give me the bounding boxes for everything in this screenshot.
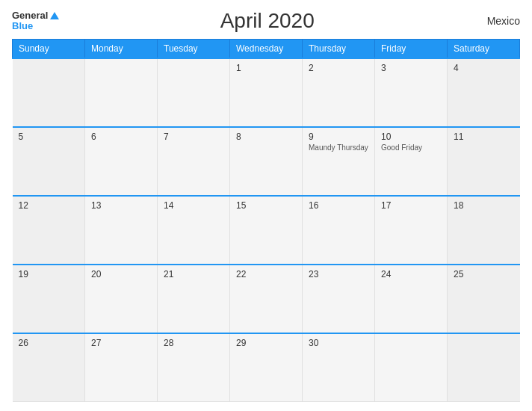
header-thursday: Thursday bbox=[303, 40, 375, 59]
week-row-2: 12131415161718 bbox=[13, 196, 520, 265]
day-number: 26 bbox=[19, 338, 79, 348]
header-tuesday: Tuesday bbox=[158, 40, 230, 59]
calendar-cell: 2 bbox=[303, 58, 375, 127]
calendar-cell bbox=[85, 58, 158, 127]
day-number: 16 bbox=[309, 200, 368, 211]
header-wednesday: Wednesday bbox=[230, 40, 303, 59]
calendar-cell: 15 bbox=[230, 196, 303, 265]
calendar-cell: 25 bbox=[448, 265, 520, 333]
calendar-cell: 24 bbox=[375, 265, 448, 333]
logo-general-text: General bbox=[12, 10, 48, 21]
calendar-cell: 7 bbox=[158, 127, 230, 196]
calendar-cell: 29 bbox=[230, 333, 303, 402]
calendar-cell: 1 bbox=[230, 58, 303, 127]
calendar-cell bbox=[448, 333, 520, 402]
calendar-cell: 3 bbox=[375, 58, 448, 127]
calendar-cell: 6 bbox=[85, 127, 158, 196]
calendar-page: General Blue April 2020 Mexico Sunday Mo… bbox=[0, 0, 532, 411]
calendar-cell bbox=[375, 333, 448, 402]
calendar-cell: 20 bbox=[85, 265, 158, 333]
calendar-cell: 17 bbox=[375, 196, 448, 265]
day-number: 5 bbox=[19, 132, 79, 142]
calendar-table: Sunday Monday Tuesday Wednesday Thursday… bbox=[12, 39, 520, 402]
logo-triangle-icon bbox=[50, 12, 59, 19]
header-friday: Friday bbox=[375, 40, 448, 59]
day-number: 14 bbox=[164, 200, 223, 211]
day-number: 1 bbox=[236, 63, 296, 73]
day-number: 3 bbox=[381, 63, 441, 73]
week-row-1: 56789Maundy Thursday10Good Friday11 bbox=[13, 127, 520, 196]
calendar-cell: 28 bbox=[158, 333, 230, 402]
calendar-cell: 19 bbox=[13, 265, 85, 333]
day-number: 15 bbox=[236, 200, 296, 211]
calendar-cell: 26 bbox=[13, 333, 85, 402]
week-row-4: 2627282930 bbox=[13, 333, 520, 402]
calendar-cell bbox=[158, 58, 230, 127]
day-number: 25 bbox=[454, 269, 514, 279]
week-row-0: 1234 bbox=[13, 58, 520, 127]
day-number: 30 bbox=[309, 338, 368, 348]
calendar-cell: 23 bbox=[303, 265, 375, 333]
day-number: 10 bbox=[381, 132, 441, 142]
week-row-3: 19202122232425 bbox=[13, 265, 520, 333]
day-number: 4 bbox=[454, 63, 514, 73]
calendar-cell: 11 bbox=[448, 127, 520, 196]
header-sunday: Sunday bbox=[13, 40, 85, 59]
day-number: 28 bbox=[164, 338, 223, 348]
header: General Blue April 2020 Mexico bbox=[12, 9, 520, 33]
calendar-cell: 13 bbox=[85, 196, 158, 265]
day-number: 11 bbox=[454, 132, 514, 142]
calendar-cell: 5 bbox=[13, 127, 85, 196]
day-number: 20 bbox=[91, 269, 151, 279]
calendar-cell: 21 bbox=[158, 265, 230, 333]
day-number: 29 bbox=[236, 338, 296, 348]
calendar-cell: 9Maundy Thursday bbox=[303, 127, 375, 196]
country-label: Mexico bbox=[475, 15, 520, 27]
calendar-cell: 4 bbox=[448, 58, 520, 127]
day-number: 8 bbox=[236, 132, 296, 142]
calendar-cell: 16 bbox=[303, 196, 375, 265]
day-number: 7 bbox=[164, 132, 223, 142]
day-number: 21 bbox=[164, 269, 223, 279]
day-number: 22 bbox=[236, 269, 296, 279]
day-number: 18 bbox=[454, 200, 514, 211]
day-number: 17 bbox=[381, 200, 441, 211]
day-number: 6 bbox=[91, 132, 151, 142]
logo: General Blue bbox=[12, 10, 59, 32]
calendar-cell: 30 bbox=[303, 333, 375, 402]
calendar-cell: 12 bbox=[13, 196, 85, 265]
day-number: 9 bbox=[309, 132, 368, 142]
header-monday: Monday bbox=[85, 40, 158, 59]
logo-blue-text: Blue bbox=[12, 20, 33, 31]
calendar-cell: 14 bbox=[158, 196, 230, 265]
calendar-cell: 22 bbox=[230, 265, 303, 333]
day-number: 24 bbox=[381, 269, 441, 279]
calendar-cell: 8 bbox=[230, 127, 303, 196]
calendar-cell: 18 bbox=[448, 196, 520, 265]
day-number: 13 bbox=[91, 200, 151, 211]
calendar-cell bbox=[13, 58, 85, 127]
calendar-title: April 2020 bbox=[59, 9, 475, 33]
calendar-cell: 27 bbox=[85, 333, 158, 402]
day-event: Maundy Thursday bbox=[309, 143, 368, 152]
day-number: 23 bbox=[309, 269, 368, 279]
day-number: 12 bbox=[19, 200, 79, 211]
header-saturday: Saturday bbox=[448, 40, 520, 59]
days-header-row: Sunday Monday Tuesday Wednesday Thursday… bbox=[13, 40, 520, 59]
day-number: 27 bbox=[91, 338, 151, 348]
day-number: 2 bbox=[309, 63, 368, 73]
calendar-cell: 10Good Friday bbox=[375, 127, 448, 196]
day-number: 19 bbox=[19, 269, 79, 279]
day-event: Good Friday bbox=[381, 143, 441, 152]
